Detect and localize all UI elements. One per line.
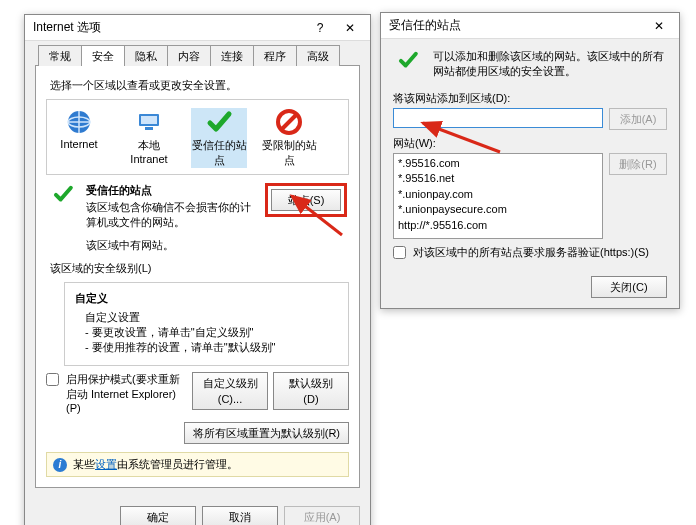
zone-label: 受信任的站点 [191, 138, 247, 168]
zone-desc-note: 该区域中有网站。 [86, 238, 257, 253]
svg-rect-4 [145, 127, 153, 130]
list-item[interactable]: *.unionpay.com [398, 187, 598, 202]
dialog-title: Internet 选项 [33, 19, 101, 36]
zone-prompt: 选择一个区域以查看或更改安全设置。 [50, 78, 349, 93]
require-https-label: 对该区域中的所有站点要求服务器验证(https:)(S) [413, 245, 649, 260]
check-icon [205, 108, 233, 136]
level-title: 自定义 [75, 291, 338, 306]
add-button[interactable]: 添加(A) [609, 108, 667, 130]
add-site-input[interactable] [393, 108, 603, 128]
reset-all-button[interactable]: 将所有区域重置为默认级别(R) [184, 422, 349, 444]
default-level-button[interactable]: 默认级别(D) [273, 372, 349, 410]
tab-security[interactable]: 安全 [81, 45, 125, 66]
header-text: 可以添加和删除该区域的网站。该区域中的所有网站都使用区域的安全设置。 [433, 49, 667, 79]
zone-label: Internet [60, 138, 97, 150]
svg-rect-3 [141, 116, 157, 124]
tab-privacy[interactable]: 隐私 [124, 45, 168, 66]
remove-button[interactable]: 删除(R) [609, 153, 667, 175]
zone-description: 受信任的站点 该区域包含你确信不会损害你的计算机或文件的网站。 该区域中有网站。… [46, 183, 349, 253]
tab-advanced[interactable]: 高级 [296, 45, 340, 66]
security-level-group: 自定义 自定义设置 - 要更改设置，请单击"自定义级别" - 要使用推荐的设置，… [64, 282, 349, 366]
custom-level-button[interactable]: 自定义级别(C)... [192, 372, 268, 410]
info-link[interactable]: 设置 [95, 458, 117, 470]
level-line1: 自定义设置 [85, 310, 338, 325]
cancel-button[interactable]: 取消 [202, 506, 278, 525]
sites-listbox[interactable]: *.95516.com *.95516.net *.unionpay.com *… [393, 153, 603, 239]
zone-trusted[interactable]: 受信任的站点 [191, 108, 247, 168]
tab-content[interactable]: 内容 [167, 45, 211, 66]
close-button[interactable]: ✕ [336, 17, 364, 39]
close-button[interactable]: ✕ [645, 15, 673, 37]
info-bar: i 某些设置由系统管理员进行管理。 [46, 452, 349, 477]
security-level-label: 该区域的安全级别(L) [50, 261, 349, 276]
dialog-title: 受信任的站点 [389, 17, 461, 34]
check-icon [48, 183, 78, 205]
svg-line-6 [282, 115, 296, 129]
info-icon: i [53, 458, 67, 472]
sites-highlight: 站点(S) [265, 183, 347, 217]
globe-icon [65, 108, 93, 136]
require-https-checkbox[interactable] [393, 246, 406, 259]
level-line3: - 要使用推荐的设置，请单击"默认级别" [85, 340, 338, 355]
zone-internet[interactable]: Internet [51, 108, 107, 150]
zone-label: 本地 Intranet [121, 138, 177, 165]
internet-options-dialog: Internet 选项 ? ✕ 常规 安全 隐私 内容 连接 程序 高级 选择一… [24, 14, 371, 525]
zone-desc-body: 该区域包含你确信不会损害你的计算机或文件的网站。 [86, 200, 256, 230]
level-line2: - 要更改设置，请单击"自定义级别" [85, 325, 338, 340]
apply-button[interactable]: 应用(A) [284, 506, 360, 525]
protected-mode-label: 启用保护模式(要求重新启动 Internet Explorer)(P) [66, 372, 188, 414]
zone-restricted[interactable]: 受限制的站点 [261, 108, 317, 168]
tab-programs[interactable]: 程序 [253, 45, 297, 66]
zone-list: Internet 本地 Intranet 受信任的站点 [46, 99, 349, 175]
add-site-label: 将该网站添加到区域(D): [393, 91, 667, 106]
sites-list-label: 网站(W): [393, 136, 667, 151]
protected-mode-checkbox[interactable] [46, 373, 59, 386]
help-button[interactable]: ? [306, 17, 334, 39]
info-suffix: 由系统管理员进行管理。 [117, 458, 238, 470]
list-item[interactable]: *.95516.net [398, 171, 598, 186]
close-dialog-button[interactable]: 关闭(C) [591, 276, 667, 298]
computer-icon [135, 108, 163, 136]
check-icon [393, 49, 423, 71]
zone-desc-title: 受信任的站点 [86, 183, 257, 198]
trusted-header: 可以添加和删除该区域的网站。该区域中的所有网站都使用区域的安全设置。 [393, 49, 667, 79]
list-item[interactable]: *.95516.com [398, 156, 598, 171]
tab-panel-security: 选择一个区域以查看或更改安全设置。 Internet 本地 Intranet [35, 65, 360, 488]
tabs: 常规 安全 隐私 内容 连接 程序 高级 [35, 45, 360, 66]
trusted-sites-dialog: 受信任的站点 ✕ 可以添加和删除该区域的网站。该区域中的所有网站都使用区域的安全… [380, 12, 680, 309]
zone-intranet[interactable]: 本地 Intranet [121, 108, 177, 165]
ok-button[interactable]: 确定 [120, 506, 196, 525]
zone-label: 受限制的站点 [261, 138, 317, 168]
list-item[interactable]: http://*.95516.com [398, 218, 598, 233]
tab-general[interactable]: 常规 [38, 45, 82, 66]
sites-button[interactable]: 站点(S) [271, 189, 341, 211]
tab-connections[interactable]: 连接 [210, 45, 254, 66]
info-prefix: 某些 [73, 458, 95, 470]
prohibited-icon [275, 108, 303, 136]
list-item[interactable]: *.unionpaysecure.com [398, 202, 598, 217]
